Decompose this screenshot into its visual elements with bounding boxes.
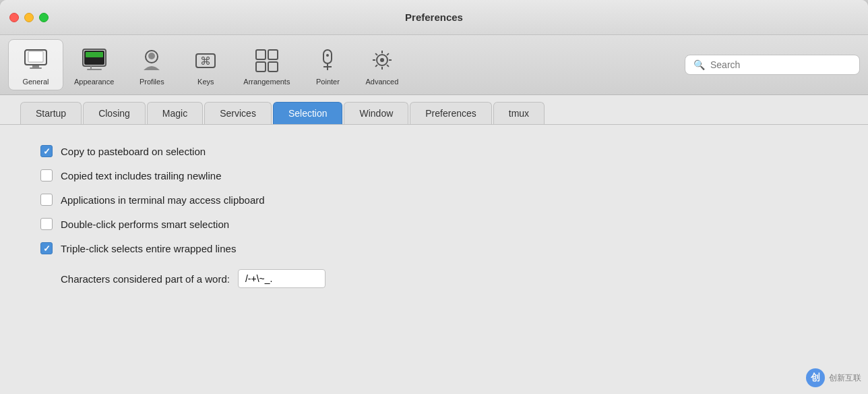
toolbar-item-general[interactable]: General [8, 39, 63, 90]
watermark-text: 创新互联 [829, 372, 861, 384]
minimize-button[interactable] [24, 13, 34, 22]
svg-point-20 [326, 54, 329, 57]
toolbar-item-arrangements[interactable]: Arrangements [232, 40, 301, 90]
checkbox-row-trailing-newline: Copied text includes trailing newline [40, 169, 828, 181]
toolbar-item-pointer[interactable]: Pointer [301, 40, 354, 90]
svg-rect-3 [30, 67, 42, 69]
checkbox-row-clipboard-access: Applications in terminal may access clip… [40, 194, 828, 206]
window-title: Preferences [405, 11, 463, 23]
checkbox-copy-pasteboard[interactable]: ✓ [40, 145, 53, 157]
toolbar: General Appearance [0, 35, 868, 95]
checkbox-smart-selection[interactable] [40, 218, 53, 230]
tab-magic[interactable]: Magic [147, 102, 203, 124]
checkbox-label-triple-click: Triple-click selects entire wrapped line… [61, 243, 236, 254]
watermark-logo: 创 [806, 368, 825, 387]
maximize-button[interactable] [39, 13, 49, 22]
toolbar-label-pointer: Pointer [316, 78, 340, 86]
svg-line-29 [387, 53, 389, 55]
titlebar: Preferences [0, 0, 868, 35]
tab-bar: Startup Closing Magic Services Selection… [0, 95, 868, 125]
traffic-lights [9, 13, 49, 22]
word-chars-label: Characters considered part of a word: [61, 273, 230, 285]
appearance-icon [78, 44, 111, 76]
watermark: 创 创新互联 [806, 368, 861, 387]
tab-tmux[interactable]: tmux [493, 102, 545, 124]
svg-rect-8 [87, 69, 102, 70]
checkbox-label-smart-selection: Double-click performs smart selection [61, 219, 229, 230]
svg-text:⌘: ⌘ [200, 55, 211, 67]
toolbar-label-profiles: Profiles [140, 78, 164, 86]
profiles-icon [135, 44, 168, 76]
toolbar-label-general: General [22, 78, 49, 86]
toolbar-icons: General Appearance [8, 39, 685, 90]
svg-rect-13 [256, 50, 266, 59]
checkbox-row-smart-selection: Double-click performs smart selection [40, 218, 828, 230]
toolbar-label-arrangements: Arrangements [243, 78, 290, 86]
svg-point-22 [380, 58, 384, 62]
svg-rect-1 [28, 51, 43, 62]
toolbar-item-keys[interactable]: ⌘ Keys [179, 40, 232, 90]
search-box[interactable]: 🔍 [685, 55, 860, 75]
checkbox-clipboard-access[interactable] [40, 194, 53, 206]
tab-startup[interactable]: Startup [20, 102, 82, 124]
tab-selection[interactable]: Selection [273, 102, 343, 124]
toolbar-label-advanced: Advanced [365, 78, 398, 86]
search-icon: 🔍 [693, 59, 705, 70]
toolbar-label-keys: Keys [197, 78, 214, 86]
checkmark-icon: ✓ [43, 147, 51, 156]
svg-rect-16 [268, 62, 278, 72]
checkbox-label-clipboard-access: Applications in terminal may access clip… [61, 194, 265, 206]
svg-line-28 [387, 65, 389, 67]
close-button[interactable] [9, 13, 19, 22]
svg-rect-6 [86, 52, 103, 57]
checkbox-trailing-newline[interactable] [40, 169, 53, 181]
svg-point-10 [148, 53, 155, 59]
checkbox-row-copy-pasteboard: ✓ Copy to pasteboard on selection [40, 145, 828, 157]
checkbox-triple-click[interactable]: ✓ [40, 242, 53, 254]
tab-preferences[interactable]: Preferences [410, 102, 491, 124]
search-input[interactable] [710, 59, 851, 70]
svg-line-27 [375, 53, 377, 55]
pointer-icon [311, 44, 344, 76]
toolbar-label-appearance: Appearance [74, 78, 114, 86]
checkbox-label-trailing-newline: Copied text includes trailing newline [61, 170, 221, 181]
toolbar-item-profiles[interactable]: Profiles [125, 40, 179, 90]
checkbox-row-triple-click: ✓ Triple-click selects entire wrapped li… [40, 242, 828, 254]
svg-rect-14 [268, 50, 278, 59]
general-icon [20, 44, 52, 76]
arrangements-icon [251, 44, 283, 76]
checkmark-icon-2: ✓ [43, 244, 51, 253]
tab-closing[interactable]: Closing [83, 102, 146, 124]
advanced-icon [366, 44, 398, 76]
tab-window[interactable]: Window [344, 102, 408, 124]
preferences-window: Preferences General [0, 0, 868, 394]
tab-services[interactable]: Services [204, 102, 272, 124]
svg-rect-2 [32, 65, 39, 67]
toolbar-item-appearance[interactable]: Appearance [63, 40, 125, 90]
word-chars-row: Characters considered part of a word: [61, 269, 828, 288]
content-area: ✓ Copy to pasteboard on selection Copied… [0, 125, 868, 394]
word-chars-input[interactable] [238, 269, 326, 288]
svg-line-30 [375, 65, 377, 67]
svg-rect-15 [256, 62, 266, 72]
toolbar-item-advanced[interactable]: Advanced [354, 40, 409, 90]
keys-icon: ⌘ [189, 44, 222, 76]
checkbox-label-copy-pasteboard: Copy to pasteboard on selection [61, 146, 206, 157]
